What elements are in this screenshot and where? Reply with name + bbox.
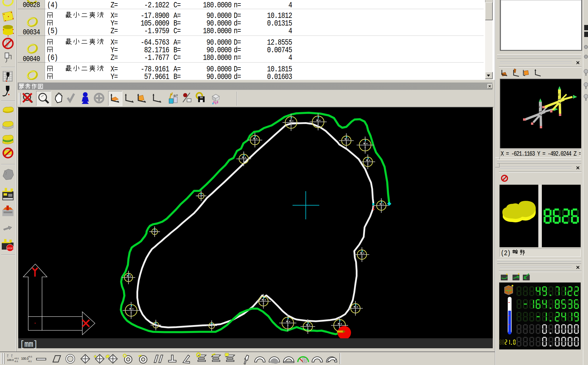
svg-text:100.0: 100.0 — [7, 359, 14, 361]
svg-text:-0.1: -0.1 — [14, 360, 18, 363]
svg-text:-0.1: -0.1 — [28, 360, 32, 363]
svg-text:STOP: STOP — [7, 247, 13, 249]
svg-text:+0.1: +0.1 — [28, 355, 32, 358]
svg-text:z: z — [539, 105, 540, 108]
svg-text:z: z — [558, 93, 559, 96]
svg-text:+0.1: +0.1 — [14, 357, 19, 360]
